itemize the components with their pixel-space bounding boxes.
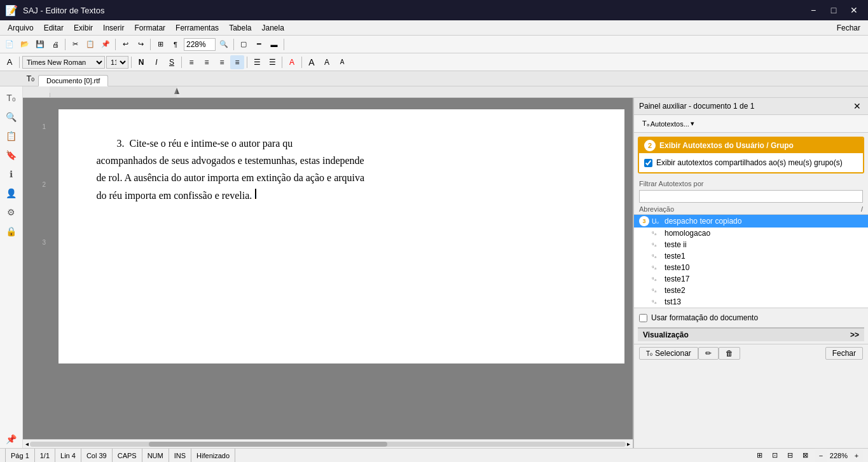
new-btn[interactable]: 📄	[3, 37, 17, 51]
autotext-item-2[interactable]: ᵍₐ teste ii	[634, 239, 868, 250]
autotext-item-4[interactable]: ᵍₐ teste10	[634, 262, 868, 273]
menu-inserir[interactable]: Inserir	[98, 22, 129, 34]
autotext-item-0[interactable]: 3 Uᵤ despacho teor copiado	[634, 215, 868, 228]
text-size-med[interactable]: A	[320, 55, 334, 69]
use-format-checkbox[interactable]	[639, 314, 647, 322]
autotextos-label: Autotextos...	[651, 120, 689, 128]
cut-btn[interactable]: ✂	[68, 37, 82, 51]
selecionar-button[interactable]: T₀ Selecionar	[639, 347, 698, 360]
shared-autotexts-label[interactable]: Exibir autotextos compartilhados ao(s) m…	[644, 157, 858, 168]
align-justify-btn[interactable]: ≡	[230, 55, 244, 69]
autotextos-dropdown-btn[interactable]: Tₐ Autotextos... ▾	[638, 118, 699, 130]
align-right-btn[interactable]: ≡	[215, 55, 229, 69]
save-btn[interactable]: 💾	[33, 37, 47, 51]
zoom-increase-btn[interactable]: +	[850, 449, 863, 462]
delete-button[interactable]: 🗑	[719, 347, 740, 360]
zoom-input[interactable]: 228%	[184, 38, 216, 51]
sidebar-icon-3[interactable]: 📋	[3, 127, 20, 145]
visualizacao-expand[interactable]: >>	[850, 330, 859, 339]
table-btn[interactable]: ⊞	[153, 37, 167, 51]
autotext-icon-2: ᵍₐ	[652, 241, 662, 248]
status-icon-2[interactable]: ⊡	[769, 449, 782, 462]
print-btn[interactable]: 🖨	[48, 37, 62, 51]
filter-input[interactable]	[639, 190, 863, 203]
autotext-item-7[interactable]: ᵍₐ tst13	[634, 296, 868, 308]
status-num[interactable]: NUM	[142, 449, 169, 462]
text-size-big[interactable]: A	[305, 55, 319, 69]
sidebar-icon-1[interactable]: T₀	[3, 89, 20, 107]
sidebar-icon-4[interactable]: 🔖	[3, 146, 20, 164]
h-scrollbar[interactable]: ◂ ▸	[23, 439, 633, 448]
paste-btn[interactable]: 📌	[99, 37, 113, 51]
status-icon-4[interactable]: ⊠	[799, 449, 812, 462]
maximize-button[interactable]: □	[825, 3, 843, 17]
zoom-search-btn[interactable]: 🔍	[217, 37, 231, 51]
menu-arquivo[interactable]: Arquivo	[3, 22, 39, 34]
font-color-btn[interactable]: A	[285, 55, 299, 69]
minimize-button[interactable]: −	[804, 3, 822, 17]
status-caps[interactable]: CAPS	[113, 449, 142, 462]
text-size-small[interactable]: A	[335, 55, 349, 69]
view-btn1[interactable]: ▢	[237, 37, 251, 51]
autotext-item-5[interactable]: ᵍₐ teste17	[634, 273, 868, 285]
scroll-track[interactable]	[30, 442, 626, 447]
window-close-button[interactable]: ✕	[845, 3, 863, 17]
scroll-right-btn[interactable]: ▸	[626, 440, 631, 447]
sidebar-icon-6[interactable]: 👤	[3, 184, 20, 202]
pilcrow-btn[interactable]: ¶	[169, 37, 183, 51]
status-ins[interactable]: INS	[169, 449, 191, 462]
sidebar-icon-7[interactable]: ⚙	[3, 203, 20, 221]
menu-fechar[interactable]: Fechar	[832, 22, 865, 34]
align-left-btn[interactable]: ≡	[184, 55, 198, 69]
open-btn[interactable]: 📂	[18, 37, 32, 51]
sidebar-icon-2[interactable]: 🔍	[3, 108, 20, 126]
redo-btn[interactable]: ↪	[134, 37, 148, 51]
fechar-button[interactable]: Fechar	[825, 347, 863, 360]
autotext-item-6[interactable]: ᵍₐ teste2	[634, 285, 868, 296]
underline-button[interactable]: S	[165, 55, 179, 69]
title-bar-text: SAJ - Editor de Textos	[23, 6, 104, 15]
sidebar-icon-5[interactable]: ℹ	[3, 165, 20, 183]
scroll-left-btn[interactable]: ◂	[24, 440, 30, 447]
view-btn3[interactable]: ▬	[267, 37, 281, 51]
status-icon-3[interactable]: ⊟	[784, 449, 797, 462]
scroll-thumb[interactable]	[149, 442, 387, 447]
menu-editar[interactable]: Editar	[39, 22, 69, 34]
bold-button[interactable]: N	[134, 55, 148, 69]
autotext-item-1[interactable]: ᵍₐ homologacao	[634, 228, 868, 239]
panel-close-button[interactable]: ✕	[851, 100, 863, 112]
edit-pencil-button[interactable]: ✏	[698, 347, 719, 360]
autotext-icon-7: ᵍₐ	[652, 299, 662, 305]
menu-ferramentas[interactable]: Ferramentas	[170, 22, 224, 34]
autotext-item-3[interactable]: ᵍₐ teste1	[634, 250, 868, 262]
copy-btn[interactable]: 📋	[83, 37, 97, 51]
undo-btn[interactable]: ↩	[118, 37, 132, 51]
sep2	[115, 39, 116, 50]
font-selector[interactable]: Times New Roman	[22, 56, 105, 69]
align-center-btn[interactable]: ≡	[200, 55, 214, 69]
document-page[interactable]: 3. Cite-se o réu e intime-se o autor par…	[59, 109, 624, 363]
menu-tabela[interactable]: Tabela	[224, 22, 256, 34]
zoom-decrease-btn[interactable]: −	[815, 449, 827, 462]
sidebar-icon-8[interactable]: 🔒	[3, 222, 20, 240]
view-btn2[interactable]: ━	[252, 37, 266, 51]
status-icon-1[interactable]: ⊞	[754, 449, 766, 462]
autotext-label-4: teste10	[665, 263, 689, 272]
status-zoom: 228%	[830, 452, 848, 459]
menu-janela[interactable]: Janela	[257, 22, 289, 34]
format-icon-btn[interactable]: A	[3, 55, 17, 69]
menu-exibir[interactable]: Exibir	[69, 22, 98, 34]
active-tab[interactable]: Documento [0].rtf	[38, 75, 108, 86]
list-btn2[interactable]: ☰	[265, 55, 279, 69]
section-2-header: 2 Exibir Autotextos do Usuário / Grupo	[639, 138, 863, 153]
section-2-number: 2	[644, 140, 656, 151]
list-btn1[interactable]: ☰	[250, 55, 264, 69]
menu-formatar[interactable]: Formatar	[129, 22, 170, 34]
use-format-label[interactable]: Usar formatação do documento	[639, 312, 863, 323]
italic-button[interactable]: I	[149, 55, 163, 69]
sidebar-icon-pin[interactable]: 📌	[3, 430, 20, 448]
panel-title: Painel auxiliar - documento 1 de 1	[639, 102, 754, 111]
tab-icon-btn[interactable]: T₀	[23, 71, 38, 86]
font-size-selector[interactable]: 11	[106, 56, 128, 69]
shared-autotexts-checkbox[interactable]	[644, 159, 652, 167]
